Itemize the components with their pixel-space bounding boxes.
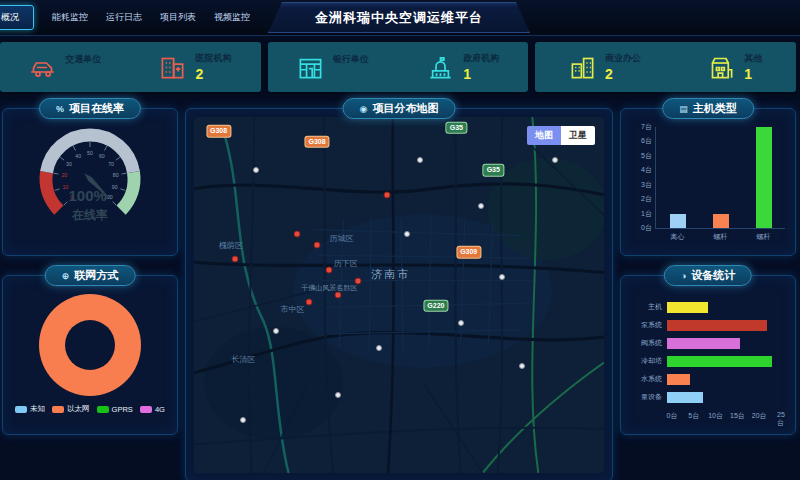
bar-泵系统 xyxy=(667,320,767,331)
device-label: 量设备 xyxy=(631,392,667,402)
project-marker-icon[interactable] xyxy=(293,231,300,238)
x-axis-label: 螺杆 xyxy=(757,232,771,242)
center-column: ◉ 项目分布地图 xyxy=(185,108,613,480)
percent-icon: % xyxy=(56,104,64,114)
stat-bank: 银行单位 xyxy=(297,53,369,82)
road-badge: G220 xyxy=(424,300,447,310)
tab-overview[interactable]: 概况 xyxy=(0,5,34,30)
road-badge: G35 xyxy=(484,165,503,175)
device-row: 泵系统 xyxy=(631,318,781,332)
device-stats-icon: ◑ xyxy=(681,271,686,281)
office-buildings-icon xyxy=(569,54,596,81)
poi-marker-icon xyxy=(253,167,259,173)
map-label-district: 历下区 xyxy=(334,257,358,268)
project-marker-icon[interactable] xyxy=(305,299,312,306)
stat-government: 政府机构 1 xyxy=(427,52,499,82)
project-marker-icon[interactable] xyxy=(326,267,333,274)
hospital-icon xyxy=(159,54,186,81)
legend-swatch xyxy=(15,406,27,413)
panel-network-type: ⊕ 联网方式 未知以太网GPRS4G xyxy=(2,275,178,435)
device-row: 阀系统 xyxy=(631,336,781,350)
gauge-value: 100% xyxy=(69,187,107,204)
x-axis-tick: 0台 xyxy=(667,411,678,421)
tab-video-monitor[interactable]: 视频监控 xyxy=(214,11,250,24)
panel-host-type: ▤ 主机类型 0台1台2台3台4台5台6台7台离心螺杆螺杆 xyxy=(620,108,796,256)
poi-marker-icon xyxy=(499,274,505,280)
stat-label: 交通单位 xyxy=(65,53,101,66)
dashboard-main: % 项目在线率 0102030405060708090100 100% 在线率 … xyxy=(2,108,796,480)
stats-row: 交通单位 医院机构 2 xyxy=(0,42,796,92)
panel-title: 主机类型 xyxy=(693,101,737,116)
tab-energy-monitor[interactable]: 能耗监控 xyxy=(52,11,88,24)
bar-冷却塔 xyxy=(667,356,772,367)
legend-item[interactable]: GPRS xyxy=(97,404,133,414)
device-label: 主机 xyxy=(631,302,667,312)
y-axis-tick: 1台 xyxy=(641,209,652,219)
stat-other: 其他 1 xyxy=(708,52,762,82)
x-axis-tick: 5台 xyxy=(688,411,699,421)
legend-item[interactable]: 4G xyxy=(140,404,165,414)
map-canvas[interactable]: 地图 卫星 济南市历城区历下区槐荫区市中区长清区千佛山风景名胜区G308G308… xyxy=(194,117,604,473)
stat-value: 2 xyxy=(605,66,641,82)
map-mode-switch: 地图 卫星 xyxy=(527,126,595,145)
map-label-district: 市中区 xyxy=(280,304,304,315)
tab-run-log[interactable]: 运行日志 xyxy=(106,11,142,24)
tab-project-list[interactable]: 项目列表 xyxy=(160,11,196,24)
project-marker-icon[interactable] xyxy=(314,242,321,249)
device-stats-chart: 主机泵系统阀系统冷却塔水系统量设备0台5台10台15台20台25台 xyxy=(631,296,781,428)
x-axis-label: 螺杆 xyxy=(714,232,728,242)
road-badge: G308 xyxy=(207,126,230,136)
legend-item[interactable]: 未知 xyxy=(15,404,45,414)
x-axis-tick: 25台 xyxy=(777,411,785,428)
stat-value: 2 xyxy=(195,66,231,82)
panel-project-map: ◉ 项目分布地图 xyxy=(185,108,613,480)
y-axis-tick: 7台 xyxy=(641,122,652,132)
project-marker-icon[interactable] xyxy=(334,292,341,299)
legend-swatch xyxy=(140,406,152,413)
road-badge: G35 xyxy=(447,122,466,132)
stats-card-bank-government: 银行单位 政府机构 1 xyxy=(268,42,529,92)
legend-item[interactable]: 以太网 xyxy=(52,404,90,414)
host-type-icon: ▤ xyxy=(679,104,688,114)
bank-icon xyxy=(297,54,324,81)
panel-device-stats: ◑ 设备统计 主机泵系统阀系统冷却塔水系统量设备0台5台10台15台20台25台 xyxy=(620,275,796,435)
svg-text:50: 50 xyxy=(87,150,93,156)
panel-title: 联网方式 xyxy=(74,268,118,283)
svg-text:80: 80 xyxy=(113,172,119,178)
stat-value xyxy=(333,67,369,82)
bar-量设备 xyxy=(667,392,703,403)
y-axis-tick: 0台 xyxy=(641,223,652,233)
satellite-mode-button[interactable]: 卫星 xyxy=(561,126,595,145)
map-label-district: 槐荫区 xyxy=(219,240,243,251)
legend-swatch xyxy=(52,406,64,413)
app-title-banner: 金洲科瑞中央空调运维平台 xyxy=(268,2,530,33)
svg-text:60: 60 xyxy=(99,153,105,159)
shop-icon xyxy=(708,54,735,81)
svg-text:70: 70 xyxy=(108,161,114,167)
project-marker-icon[interactable] xyxy=(383,192,390,199)
stat-label: 政府机构 xyxy=(463,52,499,65)
svg-text:10: 10 xyxy=(62,184,68,190)
poi-marker-icon xyxy=(478,203,484,209)
map-pin-icon: ◉ xyxy=(360,104,368,114)
stat-label: 银行单位 xyxy=(333,53,369,66)
poi-marker-icon xyxy=(552,157,558,163)
map-overlays: 济南市历城区历下区槐荫区市中区长清区千佛山风景名胜区G308G308G35G35… xyxy=(194,117,604,473)
device-row: 水系统 xyxy=(631,372,781,386)
map-label-district: 长清区 xyxy=(231,354,255,365)
road-badge: G308 xyxy=(305,137,328,147)
panel-header-online-rate: % 项目在线率 xyxy=(39,98,141,119)
road-badge: G309 xyxy=(457,247,480,257)
top-navbar: 概况 能耗监控 运行日志 项目列表 视频监控 金洲科瑞中央空调运维平台 xyxy=(0,0,800,36)
project-marker-icon[interactable] xyxy=(355,277,362,284)
map-label-poi-name: 千佛山风景名胜区 xyxy=(301,283,357,293)
device-label: 冷却塔 xyxy=(631,356,667,366)
bar-离心 xyxy=(670,214,686,228)
device-label: 水系统 xyxy=(631,374,667,384)
bar-阀系统 xyxy=(667,338,740,349)
panel-header-network: ⊕ 联网方式 xyxy=(45,265,136,286)
project-marker-icon[interactable] xyxy=(232,256,239,263)
map-mode-button[interactable]: 地图 xyxy=(527,126,561,145)
panel-project-online-rate: % 项目在线率 0102030405060708090100 100% 在线率 xyxy=(2,108,178,256)
donut-hole xyxy=(65,320,115,370)
